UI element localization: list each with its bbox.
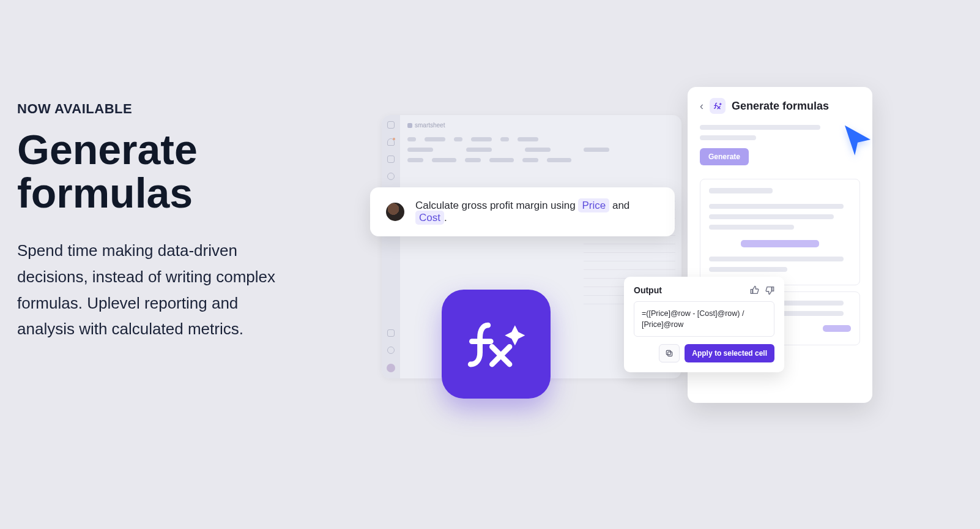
generate-panel-title: Generate formulas [732,100,829,113]
bg-content [407,137,675,168]
illustration-cluster: smartsheet [379,86,893,429]
copy-icon [665,349,674,358]
headline: Generate formulas [17,128,286,216]
folder-icon [387,156,395,163]
output-card: Output =([Price]@row - [Cost]@row) / [Pr… [624,277,784,372]
clock-icon [387,173,395,180]
gen-result-box-1 [700,179,860,285]
chip-cost: Cost [415,211,444,225]
prompt-text-mid: and [609,200,629,211]
thumbs-up-icon[interactable] [750,285,760,295]
fx-badge [442,290,551,399]
home-icon [387,121,395,129]
generate-panel-header: ‹ Generate formulas [700,98,860,114]
prompt-text: Calculate gross profit margin using Pric… [415,200,659,224]
skeleton-line [700,125,820,130]
eyebrow: NOW AVAILABLE [17,101,286,117]
copy-button[interactable] [659,344,680,362]
chip-price: Price [578,198,609,212]
thumbs-down-icon[interactable] [765,285,774,295]
skeleton-line [700,135,756,140]
fx-icon [462,310,530,378]
subcopy: Spend time making data-driven decisions,… [17,238,280,343]
generate-button[interactable]: Generate [700,148,749,165]
prompt-text-before: Calculate gross profit margin using [415,200,578,211]
svg-rect-6 [668,352,672,356]
svg-rect-7 [667,351,671,355]
brand-label: smartsheet [407,122,445,129]
hero-text: NOW AVAILABLE Generate formulas Spend ti… [17,101,286,342]
back-chevron-icon[interactable]: ‹ [700,100,703,113]
cursor-icon [841,122,875,157]
bell-icon [387,138,395,146]
fx-mini-icon [710,98,726,114]
user-avatar-icon [386,203,404,221]
prompt-card: Calculate gross profit margin using Pric… [370,187,675,236]
prompt-text-after: . [444,212,447,223]
formula-output: =([Price]@row - [Cost]@row) / [Price]@ro… [634,301,774,337]
output-title: Output [634,285,662,295]
apply-to-cell-button[interactable]: Apply to selected cell [685,344,774,362]
